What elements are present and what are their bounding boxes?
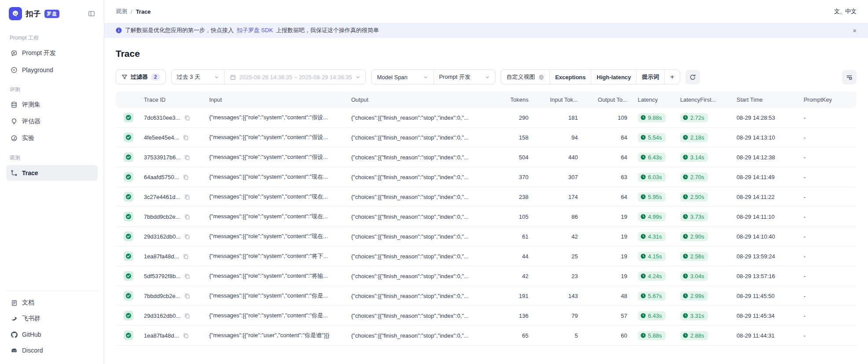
copy-icon[interactable] — [184, 214, 190, 220]
sidebar-item-experiments[interactable]: 实验 — [6, 130, 98, 146]
output-json[interactable]: {"choices":[{"finish_reason":"stop","ind… — [351, 293, 490, 299]
table-row[interactable]: 29d3162db0... {"messages":[{"role":"syst… — [116, 227, 857, 246]
output-json[interactable]: {"choices":[{"finish_reason":"stop","ind… — [351, 273, 490, 279]
sidebar-item-discord[interactable]: Discord — [6, 343, 98, 358]
trace-id[interactable]: 7bbdd9cb2e... — [144, 213, 180, 220]
output-json[interactable]: {"choices":[{"finish_reason":"stop","ind… — [351, 253, 490, 260]
filter-button[interactable]: 过滤器 2 — [116, 70, 166, 85]
sidebar-item-playground[interactable]: Playground — [6, 62, 98, 78]
latency-badge: 4.31s — [638, 232, 666, 241]
close-icon[interactable]: × — [853, 27, 857, 34]
input-json[interactable]: {"messages":[{"role":"system","content":… — [209, 193, 341, 201]
time-range-select[interactable]: 过去 3 天 — [172, 70, 224, 84]
copy-icon[interactable] — [184, 194, 190, 200]
output-json[interactable]: {"choices":[{"finish_reason":"stop","ind… — [351, 213, 490, 220]
copy-icon[interactable] — [184, 293, 190, 299]
date-range-picker[interactable]: 2025-08-26 14:36:35 ~ 2025-08-29 14:36:3… — [224, 70, 366, 84]
scene-select[interactable]: Prompt 开发 — [433, 70, 495, 84]
view-tab-label: Exceptions — [555, 74, 586, 81]
col-output: Output — [346, 92, 495, 108]
table-row[interactable]: 4fe5ee45e4... {"messages":[{"role":"syst… — [116, 128, 857, 147]
output-json[interactable]: {"choices":[{"finish_reason":"stop","ind… — [351, 174, 490, 180]
col-latency-first: LatencyFirst... — [675, 92, 731, 108]
input-json[interactable]: {"messages":[{"role":"system","content":… — [209, 213, 341, 221]
output-tokens-value: 19 — [583, 246, 632, 266]
trace-id[interactable]: 37533917b6... — [144, 154, 180, 161]
input-json[interactable]: {"messages":[{"role":"system","content":… — [209, 133, 341, 141]
input-json[interactable]: {"messages":[{"role":"system","content":… — [209, 114, 341, 121]
copy-icon[interactable] — [184, 115, 190, 121]
table-row[interactable]: 5df53792f8b... {"messages":[{"role":"sys… — [116, 266, 857, 286]
output-json[interactable]: {"choices":[{"finish_reason":"stop","ind… — [351, 233, 490, 240]
sidebar-item-github[interactable]: GitHub — [6, 327, 98, 342]
gear-icon[interactable] — [538, 74, 544, 80]
input-json[interactable]: {"messages":[{"role":"system","content":… — [209, 292, 341, 300]
input-json[interactable]: {"messages":[{"role":"system","content":… — [209, 153, 341, 161]
language-switcher[interactable]: 文A 中文 — [834, 7, 857, 16]
table-row[interactable]: 7dc6310ee3... {"messages":[{"role":"syst… — [116, 108, 857, 128]
table-row[interactable]: 1ea87fa48d... {"messages":[{"role":"user… — [116, 326, 857, 346]
copy-icon[interactable] — [184, 313, 190, 319]
copy-icon[interactable] — [183, 333, 189, 338]
trace-id[interactable]: 1ea87fa48d... — [144, 332, 179, 339]
trace-id[interactable]: 29d3162db0... — [144, 313, 180, 319]
prompt-key-value: - — [798, 187, 857, 207]
output-tokens-value: 64 — [583, 147, 632, 167]
latency-badge: 5.88s — [638, 331, 666, 340]
copy-icon[interactable] — [183, 135, 189, 140]
trace-id[interactable]: 3c27e4461d... — [144, 194, 180, 200]
copy-icon[interactable] — [183, 174, 189, 180]
add-view-button[interactable]: + — [664, 70, 679, 84]
trace-id[interactable]: 7bbdd9cb2e... — [144, 293, 180, 299]
copy-icon[interactable] — [184, 273, 190, 279]
sidebar-item-evaluators[interactable]: 评估器 — [6, 114, 98, 129]
output-json[interactable]: {"choices":[{"finish_reason":"stop","ind… — [351, 154, 490, 161]
trace-id[interactable]: 64aafd5750... — [144, 174, 179, 180]
sidebar-item-docs[interactable]: 文档 — [6, 295, 98, 310]
custom-view-label[interactable]: 自定义视图 — [501, 70, 549, 84]
breadcrumb-parent[interactable]: 观测 — [116, 7, 127, 15]
trace-id[interactable]: 1ea87fa48d... — [144, 253, 179, 260]
view-tab-prompt-words[interactable]: 提示词 — [636, 70, 664, 84]
output-tokens-value: 63 — [583, 167, 632, 187]
output-json[interactable]: {"choices":[{"finish_reason":"stop","ind… — [351, 332, 490, 339]
output-json[interactable]: {"choices":[{"finish_reason":"stop","ind… — [351, 194, 490, 200]
table-row[interactable]: 3c27e4461d... {"messages":[{"role":"syst… — [116, 187, 857, 207]
table-row[interactable]: 1ea87fa48d... {"messages":[{"role":"syst… — [116, 246, 857, 266]
trace-id[interactable]: 4fe5ee45e4... — [144, 134, 179, 141]
banner-sdk-link[interactable]: 扣子罗盘 SDK — [237, 26, 273, 34]
trace-id[interactable]: 29d3162db0... — [144, 233, 180, 240]
table-row[interactable]: 7bbdd9cb2e... {"messages":[{"role":"syst… — [116, 286, 857, 306]
output-json[interactable]: {"choices":[{"finish_reason":"stop","ind… — [351, 313, 490, 319]
table-row[interactable]: 64aafd5750... {"messages":[{"role":"syst… — [116, 167, 857, 187]
sidebar-item-eval-sets[interactable]: 评测集 — [6, 97, 98, 113]
input-json[interactable]: {"messages":[{"role":"system","content":… — [209, 252, 341, 260]
table-row[interactable]: 29d3162db0... {"messages":[{"role":"syst… — [116, 306, 857, 326]
copy-icon[interactable] — [184, 234, 190, 239]
copy-icon[interactable] — [183, 254, 189, 259]
sidebar-item-feishu[interactable]: 飞书群 — [6, 311, 98, 326]
input-json[interactable]: {"messages":[{"role":"system","content":… — [209, 272, 341, 280]
output-json[interactable]: {"choices":[{"finish_reason":"stop","ind… — [351, 134, 490, 141]
trace-id[interactable]: 7dc6310ee3... — [144, 114, 180, 121]
prompt-key-value: - — [798, 266, 857, 286]
input-json[interactable]: {"messages":[{"role":"user","content":"你… — [209, 331, 341, 339]
success-check-icon — [124, 152, 133, 162]
refresh-button[interactable] — [685, 70, 700, 85]
view-tab-high-latency[interactable]: High-latency — [591, 70, 636, 84]
input-json[interactable]: {"messages":[{"role":"system","content":… — [209, 232, 341, 240]
trace-id[interactable]: 5df53792f8b... — [144, 273, 180, 279]
output-json[interactable]: {"choices":[{"finish_reason":"stop","ind… — [351, 114, 490, 121]
view-tab-exceptions[interactable]: Exceptions — [549, 70, 591, 84]
table-row[interactable]: 7bbdd9cb2e... {"messages":[{"role":"syst… — [116, 207, 857, 227]
column-settings-button[interactable] — [842, 70, 857, 85]
sidebar-item-prompt-dev[interactable]: Prompt 开发 — [6, 45, 98, 61]
sidebar-item-label: Discord — [22, 347, 43, 354]
copy-icon[interactable] — [184, 154, 190, 160]
input-json[interactable]: {"messages":[{"role":"system","content":… — [209, 312, 341, 320]
sidebar-collapse-icon[interactable] — [88, 10, 95, 17]
table-row[interactable]: 37533917b6... {"messages":[{"role":"syst… — [116, 147, 857, 167]
sidebar-item-trace[interactable]: Trace — [6, 165, 98, 181]
span-type-select[interactable]: Model Span — [372, 70, 433, 84]
input-json[interactable]: {"messages":[{"role":"system","content":… — [209, 173, 341, 181]
